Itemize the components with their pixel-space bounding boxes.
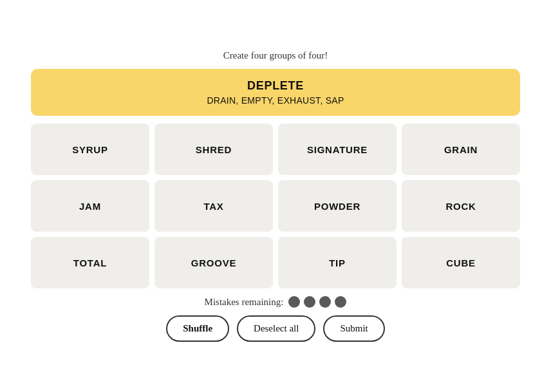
tile-shred-label: SHRED [196, 144, 232, 155]
tile-total[interactable]: TOTAL [31, 237, 149, 288]
tile-tax[interactable]: TAX [154, 180, 273, 232]
submit-button[interactable]: Submit [323, 315, 384, 342]
tile-tax-label: TAX [203, 201, 223, 212]
deselect-all-button[interactable]: Deselect all [237, 315, 315, 342]
tile-syrup[interactable]: SYRUP [31, 124, 149, 175]
game-container: Create four groups of four! DEPLETE DRAI… [31, 50, 520, 342]
tile-grain[interactable]: GRAIN [402, 124, 520, 175]
tile-rock-label: ROCK [445, 201, 476, 212]
solved-group-title: DEPLETE [44, 79, 507, 93]
tile-jam[interactable]: JAM [31, 180, 149, 232]
shuffle-button[interactable]: Shuffle [166, 315, 229, 342]
tile-shred[interactable]: SHRED [154, 124, 273, 175]
tile-groove[interactable]: GROOVE [154, 237, 273, 288]
tile-tip-label: TIP [329, 257, 346, 268]
tile-cube-label: CUBE [446, 257, 476, 268]
tile-total-label: TOTAL [73, 257, 107, 268]
tile-groove-label: GROOVE [191, 257, 236, 268]
mistakes-dots [288, 296, 346, 308]
tile-signature[interactable]: SIGNATURE [278, 124, 397, 175]
tile-jam-label: JAM [79, 201, 101, 212]
mistakes-label: Mistakes remaining: [205, 297, 284, 308]
solved-group-deplete: DEPLETE DRAIN, EMPTY, EXHAUST, SAP [31, 69, 520, 116]
tile-cube[interactable]: CUBE [402, 237, 520, 288]
solved-group-words: DRAIN, EMPTY, EXHAUST, SAP [44, 95, 507, 106]
mistakes-row: Mistakes remaining: [205, 296, 347, 308]
mistake-dot-2 [304, 296, 315, 308]
tile-powder-label: POWDER [314, 201, 360, 212]
instructions: Create four groups of four! [223, 50, 328, 61]
tiles-grid: SYRUPSHREDSIGNATUREGRAINJAMTAXPOWDERROCK… [31, 124, 520, 288]
tile-rock[interactable]: ROCK [402, 180, 520, 232]
tile-syrup-label: SYRUP [72, 144, 107, 155]
buttons-row: Shuffle Deselect all Submit [166, 315, 385, 342]
tile-tip[interactable]: TIP [278, 237, 397, 288]
mistake-dot-1 [288, 296, 300, 308]
tile-signature-label: SIGNATURE [307, 144, 368, 155]
tile-grain-label: GRAIN [444, 144, 478, 155]
tile-powder[interactable]: POWDER [278, 180, 397, 232]
mistake-dot-3 [319, 296, 331, 308]
mistake-dot-4 [335, 296, 346, 308]
